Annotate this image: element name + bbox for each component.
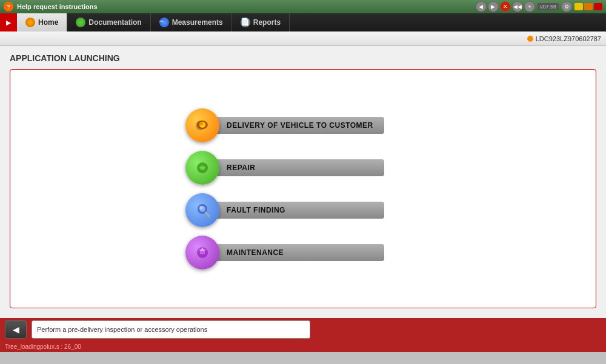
maximize-btn[interactable] (584, 3, 593, 10)
nav-forward-btn[interactable]: ▶ (488, 1, 499, 12)
nav-back-btn[interactable]: ◀ (476, 1, 487, 12)
meas-tab-icon: ~ (159, 18, 169, 27)
launch-item-delivery[interactable]: DELIVERY OF VEHICLE TO CUSTOMER (185, 108, 384, 142)
title-bar-icon: ? (4, 2, 13, 12)
tab-reports[interactable]: 📄 Reports (232, 13, 290, 31)
rep-tab-icon: 📄 (241, 18, 250, 27)
nav-stop-btn[interactable]: ✕ (500, 1, 511, 12)
fault-svg (193, 201, 211, 219)
maintenance-icon (185, 236, 219, 270)
window-controls (574, 3, 602, 10)
fault-icon (185, 193, 219, 227)
repair-icon (185, 151, 219, 185)
tab-home-label: Home (38, 18, 58, 27)
repair-svg (193, 159, 211, 177)
description-box: Perform a pre-delivery inspection or acc… (32, 320, 310, 339)
tab-measurements-label: Measurements (172, 18, 223, 27)
delivery-icon (185, 108, 219, 142)
back-icon: ◀ (13, 325, 19, 334)
docs-tab-icon (76, 18, 85, 27)
app-logo: ▶ (0, 13, 17, 31)
vehicle-status-dot (527, 36, 533, 42)
status-text: Tree_loadingpolux.s : 26_00 (5, 343, 81, 350)
launch-item-maintenance[interactable]: MAINTENANCE (185, 236, 384, 270)
title-bar-text: Help request instructions (17, 3, 98, 10)
launch-item-repair[interactable]: REPAIR (185, 151, 384, 185)
main-toolbar: ▶ Home Documentation ~ Measurements 📄 Re… (0, 13, 606, 31)
back-button[interactable]: ◀ (5, 320, 27, 339)
minimize-btn[interactable] (574, 3, 583, 10)
home-tab-icon (25, 18, 35, 27)
settings-btn[interactable]: ⚙ (561, 1, 572, 12)
close-btn[interactable] (594, 3, 602, 10)
launch-items: DELIVERY OF VEHICLE TO CUSTOMER REPAIR (185, 108, 384, 270)
svg-point-8 (199, 206, 203, 210)
description-text: Perform a pre-delivery inspection or acc… (37, 326, 207, 333)
svg-line-9 (205, 213, 209, 216)
vehicle-bar: LDC923LZ970602787 (0, 31, 606, 46)
tab-documentation[interactable]: Documentation (67, 13, 150, 31)
title-bar: ? Help request instructions ◀ ▶ ✕ ◀◀ + v… (0, 0, 606, 13)
version-badge: v07.58 (538, 3, 559, 10)
status-bar: Tree_loadingpolux.s : 26_00 (0, 341, 606, 352)
delivery-svg (193, 116, 211, 134)
nav-add-btn[interactable]: + (524, 1, 535, 12)
svg-point-3 (199, 122, 203, 125)
tab-reports-label: Reports (253, 18, 281, 27)
page-title: APPLICATION LAUNCHING (10, 53, 596, 63)
launch-item-fault[interactable]: FAULT FINDING (185, 193, 384, 227)
maintenance-svg (193, 243, 211, 262)
vehicle-id-text: LDC923LZ970602787 (536, 35, 601, 42)
vehicle-id: LDC923LZ970602787 (527, 35, 601, 42)
tab-documentation-label: Documentation (88, 18, 141, 27)
tab-home[interactable]: Home (17, 13, 67, 31)
tab-measurements[interactable]: ~ Measurements (151, 13, 232, 31)
delivery-label: DELIVERY OF VEHICLE TO CUSTOMER (215, 117, 384, 134)
nav-icons: ◀ ▶ ✕ ◀◀ + (476, 1, 535, 12)
fault-label: FAULT FINDING (215, 202, 384, 219)
maintenance-label: MAINTENANCE (215, 244, 384, 261)
bottom-bar: ◀ Perform a pre-delivery inspection or a… (0, 318, 606, 341)
tab-bar: Home Documentation ~ Measurements 📄 Repo… (17, 13, 606, 31)
nav-volume-btn[interactable]: ◀◀ (512, 1, 523, 12)
svg-point-11 (201, 251, 204, 254)
title-bar-controls: ◀ ▶ ✕ ◀◀ + v07.58 ⚙ (476, 1, 602, 12)
main-panel: DELIVERY OF VEHICLE TO CUSTOMER REPAIR (10, 69, 596, 308)
repair-label: REPAIR (215, 159, 384, 176)
page-content: APPLICATION LAUNCHING DELIVERY OF VEHICL… (0, 46, 606, 318)
